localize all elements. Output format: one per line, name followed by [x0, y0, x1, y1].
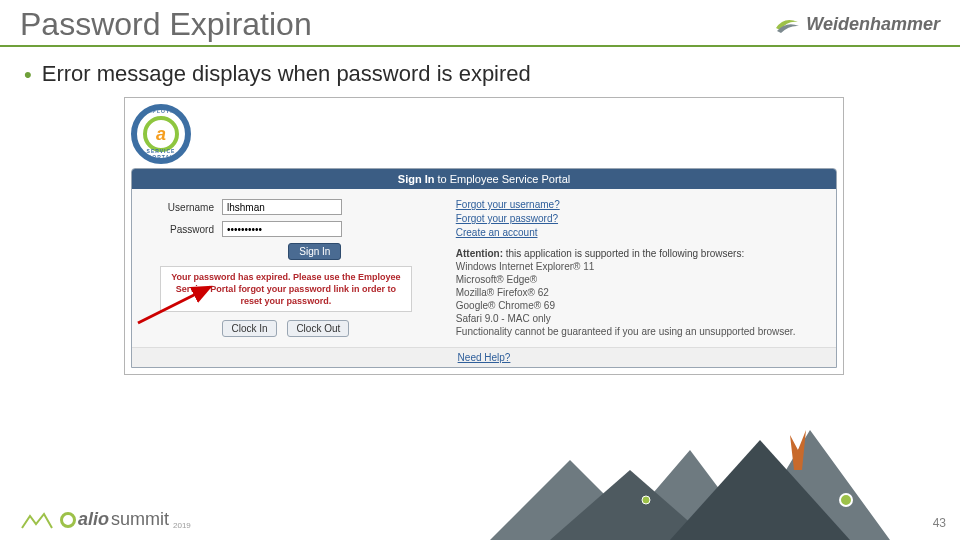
bullet-icon: •: [24, 61, 32, 89]
username-label: Username: [142, 202, 222, 213]
summit-text: summit: [111, 509, 169, 530]
forgot-username-link[interactable]: Forgot your username?: [456, 199, 822, 210]
clock-out-button[interactable]: Clock Out: [287, 320, 349, 337]
bullet-text: Error message displays when password is …: [42, 61, 531, 87]
error-message: Your password has expired. Please use th…: [160, 266, 412, 312]
signin-form-column: Username lhshman Password •••••••••• Sig…: [132, 189, 442, 347]
clock-in-button[interactable]: Clock In: [222, 320, 276, 337]
attention-block: Attention: this application is supported…: [456, 248, 822, 337]
esp-logo-letter: a: [143, 116, 179, 152]
signin-panel: Sign In to Employee Service Portal: [131, 168, 837, 368]
panel-title-bold: Sign In: [398, 173, 435, 185]
alio-text: alio: [78, 509, 109, 530]
svg-point-5: [642, 496, 650, 504]
slide-footer: alio summit 2019 43: [0, 462, 960, 540]
attention-heading: Attention: this application is supported…: [456, 248, 822, 259]
slide-title: Password Expiration: [20, 6, 312, 43]
signin-button[interactable]: Sign In: [288, 243, 341, 260]
need-help-link[interactable]: Need Help?: [132, 347, 836, 367]
esp-logo-top: EMPLOYEE: [137, 108, 185, 114]
browser-item: Google® Chrome® 69: [456, 300, 822, 311]
footer-mountain-icon: [20, 510, 54, 530]
signin-button-wrap: Sign In: [200, 243, 430, 260]
bullet-item: • Error message displays when password i…: [24, 61, 936, 89]
forgot-password-link[interactable]: Forgot your password?: [456, 213, 822, 224]
password-field[interactable]: ••••••••••: [222, 221, 342, 237]
page-number: 43: [933, 516, 946, 530]
esp-logo: EMPLOYEE a SERVICE PORTAL: [131, 104, 191, 164]
browser-item: Safari 9.0 - MAC only: [456, 313, 822, 324]
mountain-graphic-icon: [490, 420, 930, 540]
clock-row: Clock In Clock Out: [142, 320, 430, 337]
embedded-screenshot: EMPLOYEE a SERVICE PORTAL Sign In to Emp…: [124, 97, 844, 375]
footer-brand: alio summit 2019: [20, 509, 191, 530]
browser-item: Microsoft® Edge®: [456, 274, 822, 285]
brand-swoosh-icon: [774, 14, 800, 36]
svg-point-6: [840, 494, 852, 506]
attention-footer: Functionality cannot be guaranteed if yo…: [456, 326, 822, 337]
password-label: Password: [142, 224, 222, 235]
browser-item: Windows Internet Explorer® 11: [456, 261, 822, 272]
password-row: Password ••••••••••: [142, 221, 430, 237]
create-account-link[interactable]: Create an account: [456, 227, 822, 238]
brand-logo: Weidenhammer: [774, 14, 940, 36]
signin-panel-body: Username lhshman Password •••••••••• Sig…: [132, 189, 836, 347]
esp-logo-bottom: SERVICE PORTAL: [137, 148, 185, 160]
slide: Password Expiration Weidenhammer • Error…: [0, 0, 960, 540]
attention-label: Attention:: [456, 248, 503, 259]
browser-item: Mozilla® Firefox® 62: [456, 287, 822, 298]
username-row: Username lhshman: [142, 199, 430, 215]
info-column: Forgot your username? Forgot your passwo…: [442, 189, 836, 347]
slide-content: • Error message displays when password i…: [0, 47, 960, 389]
alio-logo: alio summit 2019: [60, 509, 191, 530]
brand-name: Weidenhammer: [806, 14, 940, 35]
panel-title-rest: to Employee Service Portal: [434, 173, 570, 185]
slide-header: Password Expiration Weidenhammer: [0, 0, 960, 47]
signin-panel-header: Sign In to Employee Service Portal: [132, 169, 836, 189]
summit-year: 2019: [173, 521, 191, 530]
username-field[interactable]: lhshman: [222, 199, 342, 215]
alio-circle-icon: [60, 512, 76, 528]
attention-text: this application is supported in the fol…: [503, 248, 744, 259]
